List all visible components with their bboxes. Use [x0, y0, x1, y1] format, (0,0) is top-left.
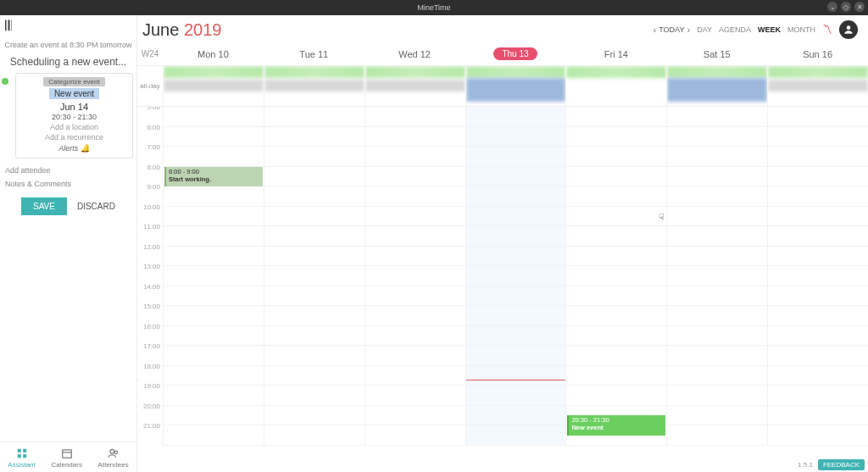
add-recurrence-link[interactable]: Add a recurrence	[19, 133, 129, 142]
svg-point-7	[114, 451, 118, 454]
event-card: Categorize event New event Jun 14 20:30 …	[15, 73, 133, 158]
hour-label: 7:00	[137, 143, 163, 164]
event-time[interactable]: 20:30 - 21:30	[19, 113, 129, 121]
hour-label: 15:00	[137, 303, 163, 323]
bell-icon: 🔔	[81, 144, 90, 153]
day-column[interactable]	[666, 107, 767, 446]
view-tab-agenda[interactable]: AGENDA	[719, 25, 751, 34]
main-panel: June 2019 ‹ TODAY › DAYAGENDAWEEKMONTH 〽…	[137, 15, 868, 472]
svg-rect-1	[23, 449, 26, 453]
svg-rect-4	[62, 450, 71, 458]
day-column[interactable]	[364, 107, 465, 446]
days-header: W24 Mon 10Tue 11Wed 12Thu 13Fri 14Sat 15…	[137, 42, 868, 66]
now-indicator-marker	[137, 377, 138, 382]
hour-label: 9:00	[137, 183, 163, 203]
calendar-event[interactable]: 8:00 - 9:00Start working.	[164, 167, 263, 187]
view-switcher: DAYAGENDAWEEKMONTH	[697, 25, 815, 34]
event-date[interactable]: Jun 14	[19, 102, 129, 112]
window-maximize[interactable]: ◇	[841, 2, 851, 12]
hour-label: 12:00	[137, 243, 163, 264]
hour-label: 10:00	[137, 203, 163, 224]
window-titlebar: MineTime ⌄ ◇ ✕	[0, 0, 868, 15]
attendees-icon	[108, 447, 120, 459]
hour-label: 6:00	[137, 124, 163, 144]
allday-cell[interactable]	[364, 66, 465, 106]
window-close[interactable]: ✕	[854, 2, 865, 12]
allday-cell[interactable]	[565, 66, 666, 106]
sidebar: 𝄃𝄃 Create an event at 8:30 PM tomorrow S…	[0, 15, 137, 472]
svg-rect-3	[23, 454, 26, 458]
calendar-header: June 2019 ‹ TODAY › DAYAGENDAWEEKMONTH 〽	[137, 15, 868, 42]
next-period-button[interactable]: ›	[687, 25, 690, 35]
hour-label: 18:00	[137, 363, 163, 383]
day-header[interactable]: Mon 10	[163, 42, 264, 65]
hamburger-menu-icon[interactable]: 𝄃𝄃	[0, 15, 136, 37]
hour-label: 8:00	[137, 164, 163, 184]
month-year-label: June 2019	[142, 20, 221, 40]
tab-calendars[interactable]: Calendars	[51, 447, 81, 469]
assistant-icon	[16, 447, 28, 459]
user-avatar[interactable]	[839, 20, 858, 39]
create-event-hint[interactable]: Create an event at 8:30 PM tomorrow	[0, 37, 136, 54]
status-bar: 1.5.1 FEEDBACK	[794, 458, 868, 472]
version-label: 1.5.1	[798, 461, 813, 469]
allday-cell[interactable]	[666, 66, 767, 106]
analytics-icon[interactable]: 〽	[822, 24, 832, 36]
hour-label: 13:00	[137, 263, 163, 283]
svg-point-8	[847, 25, 851, 30]
svg-point-6	[110, 449, 114, 453]
allday-cell[interactable]	[163, 66, 264, 106]
day-header[interactable]: Fri 14	[565, 42, 666, 65]
day-header[interactable]: Sat 15	[666, 42, 767, 65]
time-grid: 5:006:007:008:009:0010:0011:0012:0013:00…	[137, 107, 868, 446]
week-number: W24	[137, 42, 163, 65]
allday-cell[interactable]	[767, 66, 868, 106]
day-header[interactable]: Thu 13	[465, 42, 566, 65]
hour-label: 16:00	[137, 323, 163, 343]
calendar-event[interactable]: 20:30 - 21:30New event	[567, 415, 665, 436]
tab-attendees[interactable]: Attendees	[98, 447, 129, 469]
prev-period-button[interactable]: ‹	[654, 25, 657, 35]
hour-label: 20:00	[137, 403, 163, 423]
today-button[interactable]: TODAY	[659, 25, 684, 34]
add-location-link[interactable]: Add a location	[19, 123, 129, 131]
allday-label: all-day	[137, 66, 163, 106]
notes-comments-link[interactable]: Notes & Comments	[5, 177, 131, 191]
alerts-row[interactable]: Alerts 🔔	[19, 144, 129, 153]
day-header[interactable]: Tue 11	[264, 42, 364, 65]
day-header[interactable]: Wed 12	[364, 42, 465, 65]
hour-label: 19:00	[137, 382, 163, 403]
view-tab-month[interactable]: MONTH	[787, 25, 815, 34]
allday-cell[interactable]	[465, 66, 566, 106]
discard-button[interactable]: DISCARD	[77, 197, 115, 215]
svg-rect-0	[17, 449, 20, 453]
now-indicator	[466, 380, 566, 380]
calendar-icon	[61, 447, 73, 459]
allday-cell[interactable]	[264, 66, 364, 106]
calendar-color-dot[interactable]	[2, 78, 8, 85]
day-column[interactable]	[465, 107, 566, 446]
hour-gutter: 5:006:007:008:009:0010:0011:0012:0013:00…	[137, 107, 163, 446]
day-column[interactable]	[264, 107, 364, 446]
window-minimize[interactable]: ⌄	[827, 2, 837, 12]
save-button[interactable]: SAVE	[21, 197, 67, 215]
categorize-badge[interactable]: Categorize event	[43, 77, 104, 86]
hour-label: 11:00	[137, 223, 163, 243]
feedback-button[interactable]: FEEDBACK	[818, 459, 865, 470]
hour-label: 17:00	[137, 342, 163, 363]
view-tab-day[interactable]: DAY	[697, 25, 712, 34]
svg-rect-2	[17, 454, 20, 458]
day-header[interactable]: Sun 16	[767, 42, 868, 65]
event-name-input[interactable]: New event	[49, 88, 99, 99]
hour-label: 21:00	[137, 422, 163, 442]
user-icon	[843, 24, 854, 36]
add-attendee-link[interactable]: Add attendee	[5, 164, 131, 177]
hour-label: 14:00	[137, 283, 163, 303]
app-title: MineTime	[417, 3, 450, 12]
allday-row: all-day	[137, 66, 868, 107]
tab-assistant[interactable]: Assistant	[8, 447, 35, 469]
day-column[interactable]	[767, 107, 868, 446]
day-column[interactable]: 20:30 - 21:30New event	[565, 107, 666, 446]
day-column[interactable]: 8:00 - 9:00Start working.	[163, 107, 264, 446]
view-tab-week[interactable]: WEEK	[758, 25, 781, 34]
